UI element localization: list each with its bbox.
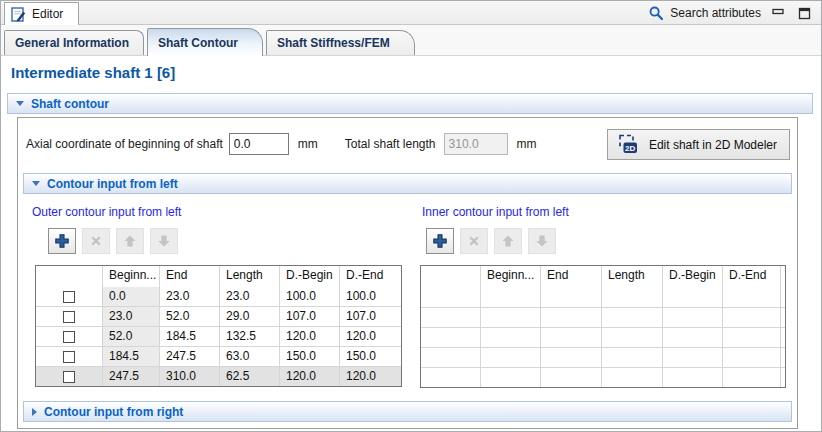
column-header[interactable] [421,266,481,287]
column-header[interactable]: Length [220,266,280,287]
shaft-contour-panel: Axial coordinate of beginning of shaft m… [17,117,798,429]
column-header[interactable]: Beginn... [481,266,541,287]
column-header[interactable]: D.-Begin [663,266,723,287]
section-header-contour-right[interactable]: Contour input from right [23,401,792,422]
2d-modeler-icon: 2D [617,134,641,155]
total-unit-label: mm [517,137,537,151]
delete-button[interactable] [82,228,110,254]
outer-contour-toolbar [48,228,178,254]
column-header[interactable]: End [541,266,602,287]
inner-contour-label: Inner contour input from left [422,205,569,219]
search-attributes-label: Search attributes [670,6,761,20]
row-checkbox[interactable] [63,291,75,303]
table-row[interactable]: 0.023.023.0100.0100.0 [36,287,401,307]
move-up-button[interactable] [494,228,522,254]
table-row[interactable] [421,308,785,328]
edit-2d-modeler-label: Edit shaft in 2D Modeler [649,138,777,152]
table-row[interactable]: 184.5247.563.0150.0150.0 [36,347,401,367]
move-down-button[interactable] [150,228,178,254]
editor-icon [11,7,26,22]
tab-shaft-contour[interactable]: Shaft Contour [147,28,263,56]
table-row[interactable] [421,368,785,387]
page-title: Intermediate shaft 1 [6] [11,64,175,81]
delete-button[interactable] [460,228,488,254]
row-checkbox[interactable] [63,371,75,383]
search-attributes[interactable]: Search attributes [648,5,761,21]
column-header[interactable]: End [160,266,220,287]
add-button[interactable] [48,228,76,254]
minimize-button[interactable] [770,6,787,21]
column-header[interactable]: Length [602,266,663,287]
svg-text:2D: 2D [625,144,635,153]
editor-page-tabs: General InformationShaft ContourShaft St… [1,25,821,56]
editor-content: Intermediate shaft 1 [6] Shaft contour A… [1,56,821,431]
table-row[interactable] [421,328,785,348]
row-checkbox[interactable] [63,311,75,323]
collapse-triangle-icon [32,181,40,186]
tab-shaft-stiffness-fem[interactable]: Shaft Stiffness/FEM [266,30,415,55]
table-row[interactable]: 247.5310.062.5120.0120.0 [36,367,401,386]
table-row[interactable] [421,348,785,368]
column-header[interactable] [36,266,103,287]
column-header[interactable]: D.-End [723,266,781,287]
column-header[interactable]: D.-Begin [280,266,340,287]
outer-contour-table: Beginn...EndLengthD.-BeginD.-End0.023.02… [35,265,402,387]
row-checkbox[interactable] [63,351,75,363]
table-row[interactable]: 52.0184.5132.5120.0120.0 [36,327,401,347]
table-row[interactable]: 23.052.029.0107.0107.0 [36,307,401,327]
total-length-input [444,133,508,155]
move-down-button[interactable] [528,228,556,254]
tab-general-information[interactable]: General Information [4,30,144,55]
titlebar-controls: Search attributes [648,1,813,25]
table-row[interactable] [421,287,785,308]
axial-coordinate-input[interactable] [229,133,289,155]
expand-triangle-icon [32,408,37,416]
section-header-shaft-contour[interactable]: Shaft contour [7,93,813,114]
view-titlebar: Editor Search attributes [1,1,821,25]
section-header-contour-left[interactable]: Contour input from left [23,173,792,194]
editor-view-tab[interactable]: Editor [4,2,79,25]
section-header-label: Contour input from left [47,177,178,191]
inner-contour-toolbar [426,228,556,254]
row-checkbox[interactable] [63,331,75,343]
edit-2d-modeler-button[interactable]: 2D Edit shaft in 2D Modeler [607,129,790,160]
collapse-triangle-icon [16,101,24,106]
editor-view-window: Editor Search attributes General Informa… [0,0,822,432]
total-length-label: Total shaft length [345,137,436,151]
add-button[interactable] [426,228,454,254]
move-up-button[interactable] [116,228,144,254]
maximize-button[interactable] [796,6,813,21]
editor-view-tab-label: Editor [32,7,63,21]
column-header[interactable]: Beginn... [103,266,160,287]
section-header-label: Contour input from right [44,405,183,419]
outer-contour-label: Outer contour input from left [32,205,181,219]
axial-coordinate-label: Axial coordinate of beginning of shaft [26,137,223,151]
inner-contour-table: Beginn...EndLengthD.-BeginD.-End [420,265,786,388]
section-header-label: Shaft contour [31,97,109,111]
search-icon [648,5,664,21]
column-header[interactable]: D.-End [340,266,401,287]
axial-unit-label: mm [298,137,318,151]
shaft-length-fields: Axial coordinate of beginning of shaft m… [26,133,537,155]
